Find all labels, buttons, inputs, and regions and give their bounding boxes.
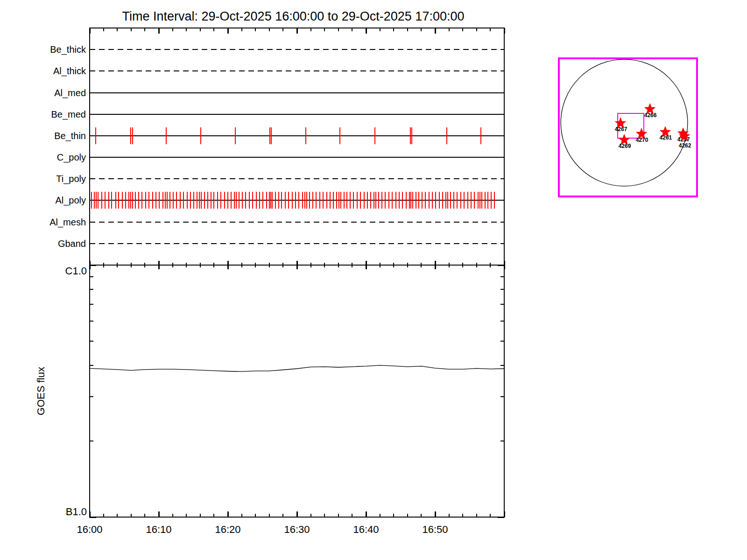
filter-row-Be_thick: Be_thick bbox=[50, 44, 504, 55]
x-tick-label-16:30: 16:30 bbox=[284, 524, 310, 535]
filter-label-Al_thick: Al_thick bbox=[53, 66, 86, 77]
filter-label-Al_mesh: Al_mesh bbox=[49, 217, 86, 228]
filter-row-Al_med: Al_med bbox=[54, 88, 504, 98]
filter-label-Ti_poly: Ti_poly bbox=[56, 174, 86, 184]
active-region-4267: 4267 bbox=[615, 118, 627, 133]
goes-panel-border bbox=[90, 265, 504, 517]
filter-label-Be_thin: Be_thin bbox=[54, 131, 86, 141]
filter-panel-top-axis-ticks bbox=[90, 28, 504, 34]
filter-row-C_poly: C_poly bbox=[57, 152, 504, 163]
figure-stage: Time Interval: 29-Oct-2025 16:00:00 to 2… bbox=[0, 0, 747, 560]
goes-flux-line bbox=[90, 365, 504, 371]
filter-label-Al_med: Al_med bbox=[54, 88, 86, 98]
map-frame-box bbox=[559, 58, 697, 196]
active-region-label-4261: 4261 bbox=[660, 134, 672, 141]
time-axis-labels: 16:0016:1016:2016:3016:4016:50 bbox=[77, 524, 448, 535]
filter-label-Al_poly: Al_poly bbox=[55, 195, 86, 206]
active-region-4261: 4261 bbox=[660, 126, 672, 141]
active-region-label-4270: 4270 bbox=[636, 137, 648, 143]
x-tick-label-16:20: 16:20 bbox=[215, 524, 240, 535]
goes-ytick-bottom-label: B1.0 bbox=[66, 506, 87, 518]
figure-title: Time Interval: 29-Oct-2025 16:00:00 to 2… bbox=[122, 9, 465, 23]
filter-row-Ti_poly: Ti_poly bbox=[56, 174, 504, 184]
x-tick-label-16:50: 16:50 bbox=[422, 524, 448, 535]
active-region-label-4266: 4266 bbox=[644, 112, 657, 119]
filter-row-Al_thick: Al_thick bbox=[53, 66, 504, 77]
filter-label-Be_med: Be_med bbox=[51, 109, 86, 120]
filter-row-Al_poly: Al_poly bbox=[55, 192, 504, 209]
active-region-4266: 4266 bbox=[644, 104, 657, 119]
solar-disk-map: 4266426742704269426142574262 bbox=[559, 58, 697, 196]
active-region-label-4267: 4267 bbox=[615, 126, 627, 133]
filter-rows: Be_thickAl_thickAl_medBe_medBe_thinC_pol… bbox=[49, 44, 504, 249]
active-region-label-4262: 4262 bbox=[679, 142, 691, 149]
filter-timeline-panel: Be_thickAl_thickAl_medBe_medBe_thinC_pol… bbox=[49, 28, 504, 265]
filter-row-Be_thin: Be_thin bbox=[54, 127, 504, 144]
x-tick-label-16:10: 16:10 bbox=[146, 524, 171, 535]
filter-panel-border bbox=[90, 28, 504, 265]
filter-label-Be_thick: Be_thick bbox=[50, 44, 86, 55]
active-region-4270: 4270 bbox=[636, 128, 648, 143]
filter-label-Gband: Gband bbox=[58, 238, 86, 249]
x-tick-label-16:40: 16:40 bbox=[353, 524, 379, 535]
goes-axis-ticks bbox=[90, 261, 504, 517]
goes-y-axis-title: GOES flux bbox=[35, 367, 47, 415]
goes-flux-panel: C1.0 B1.0 GOES flux 16:0016:1016:2016:30… bbox=[35, 261, 504, 535]
xrt-goes-timeline-figure: Time Interval: 29-Oct-2025 16:00:00 to 2… bbox=[0, 0, 747, 560]
filter-row-Gband: Gband bbox=[58, 238, 504, 249]
active-region-label-4269: 4269 bbox=[619, 143, 631, 149]
goes-ytick-top-label: C1.0 bbox=[65, 265, 87, 277]
x-tick-label-16:00: 16:00 bbox=[77, 524, 102, 535]
filter-row-Be_med: Be_med bbox=[51, 109, 505, 120]
active-region-4269: 4269 bbox=[619, 134, 631, 149]
filter-row-Al_mesh: Al_mesh bbox=[49, 217, 504, 228]
filter-label-C_poly: C_poly bbox=[57, 152, 86, 163]
